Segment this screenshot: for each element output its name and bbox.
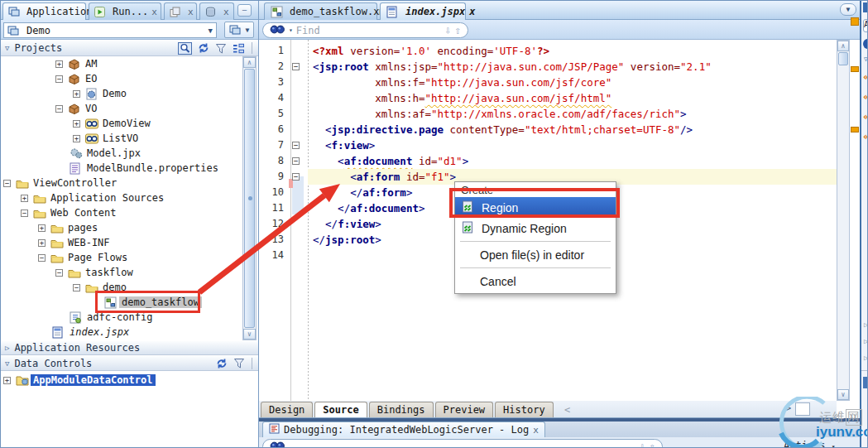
tree-item-web-inf[interactable]: +WEB-INF [38,235,113,250]
editor-tab-index-jspx[interactable]: index.jspx x [380,2,466,20]
collapse-icon[interactable]: − [55,269,63,277]
scroll-down-icon[interactable]: ∨ [837,389,849,400]
view-tab-source[interactable]: Source [314,402,367,417]
search-projects-icon[interactable] [178,42,192,55]
tree-item-label[interactable]: WEB-INF [65,237,113,248]
find-previous-icon[interactable]: ⇧ [649,441,655,448]
find-previous-icon[interactable]: ⇧ [454,24,461,36]
tree-item-page-flows[interactable]: −Page Flows [38,250,130,265]
warning-marker[interactable] [851,127,859,132]
data-controls-header[interactable]: ▽ Data Controls [1,355,258,371]
tree-item-label[interactable]: index.jspx [67,326,132,338]
tree-item-listvo[interactable]: +ListVO [73,131,141,146]
tree-item-demo[interactable]: +Demo [73,86,129,101]
tree-item-web-content[interactable]: −Web Content [21,205,118,220]
close-icon[interactable]: x [151,7,157,17]
tree-item-model-jpx[interactable]: Model.jpx [55,146,143,161]
tree-item-eo[interactable]: −EO [55,71,99,86]
project-selector-combo[interactable]: Demo ▼ [3,22,217,38]
tree-item-label[interactable]: ListVO [100,132,141,144]
window-tab-database[interactable]: x [199,2,234,20]
tree-item-modelbundle-properties[interactable]: ModelBundle.properties [55,161,221,176]
window-tab-structure[interactable]: x [164,2,197,20]
find-next-icon[interactable]: ⇩ [444,24,451,36]
editor-scrollbar[interactable]: ∧ ∨ [837,40,850,401]
tree-item-pages[interactable]: +pages [38,220,100,235]
tree-item-index-jspx[interactable]: index.jspx [38,325,132,340]
code-line-2[interactable]: 2−<jsp:root xmlns:jsp="http://java.sun.c… [259,59,837,75]
code-line-6[interactable]: 6 <jsp:directive.page contentType="text/… [259,122,837,137]
minimize-button[interactable]: — [237,4,252,17]
filter-icon[interactable] [233,358,245,369]
tree-item-am[interactable]: +AM [55,56,99,71]
tree-item-label[interactable]: pages [65,222,100,234]
collapse-icon[interactable]: − [73,284,80,291]
fold-collapse-icon[interactable]: − [292,63,300,70]
tab-list-dropdown-button[interactable]: ▼ [840,3,856,16]
scroll-up-icon[interactable]: ∧ [243,57,256,68]
expand-icon[interactable]: + [55,60,63,68]
tree-item-label[interactable]: Page Flows [65,252,130,263]
status-indicator-square[interactable] [851,17,859,26]
tree-item-label[interactable]: ModelBundle.properties [84,162,221,174]
find-bar[interactable]: ▾ Find ⇩ ⇧ [262,22,468,38]
close-icon[interactable]: x [223,7,229,17]
code-text[interactable]: xmlns:af="http://xmlns.oracle.com/adf/fa… [308,106,837,122]
tree-item-demoview[interactable]: +DemoView [73,116,153,131]
find-next-icon[interactable]: ⇩ [639,441,645,448]
expand-icon[interactable]: + [38,224,46,232]
code-text[interactable]: <?xml version='1.0' encoding='UTF-8'?> [308,43,837,59]
view-options-icon[interactable] [232,43,245,54]
find-input[interactable]: Find [296,25,320,36]
expand-icon[interactable]: + [73,135,80,142]
tree-item-label[interactable]: adfc-config [84,311,155,323]
tree-item-label[interactable]: taskflow [83,267,136,278]
tab-overflow-button[interactable] [795,402,810,416]
expand-icon[interactable]: + [73,120,80,128]
code-text[interactable]: <f:view> [308,137,837,153]
tree-item-label[interactable]: Model.jpx [84,147,143,159]
filter-icon[interactable] [215,43,227,54]
tab-scroll-right-icon[interactable]: > [785,402,791,414]
projects-tree-scrollbar[interactable]: ∧ ∨ [242,56,257,340]
window-tab-application[interactable]: Application x [2,2,86,20]
expand-icon[interactable]: + [38,239,46,247]
window-options-button[interactable]: ▼ [224,22,254,38]
tree-item-label[interactable]: Demo [100,88,129,99]
tab-scroll-left-icon[interactable]: < [564,404,570,416]
scrollbar-thumb[interactable] [244,69,255,328]
tree-item-label[interactable]: AM [83,58,99,70]
close-icon[interactable]: x [533,425,539,436]
tree-item-label[interactable]: ViewController [31,177,119,189]
view-tab-design[interactable]: Design [261,402,313,417]
code-line-4[interactable]: 4 xmlns:h="http://java.sun.com/jsf/html" [259,90,837,106]
tree-item-label[interactable]: Application Sources [48,192,166,204]
scroll-down-icon[interactable]: ∨ [243,329,256,340]
warning-marker[interactable] [851,66,859,72]
panel-divider[interactable] [258,1,259,448]
tree-item-application-sources[interactable]: +Application Sources [21,190,166,205]
code-text[interactable]: <jsp:root xmlns:jsp="http://java.sun.com… [308,59,837,75]
chevron-down-icon[interactable]: ▾ [289,26,293,34]
tree-item-taskflow[interactable]: −taskflow [55,265,136,280]
data-control-label[interactable]: AppModuleDataControl [31,374,156,386]
tree-item-label[interactable]: Web Content [48,207,118,219]
code-text[interactable]: <jsp:directive.page contentType="text/ht… [308,122,837,137]
code-text[interactable]: <af:document id="d1"> [308,153,837,169]
menu-item-cancel[interactable]: Cancel [455,271,616,291]
window-tab-run[interactable]: Run... x [89,2,161,20]
log-tab[interactable]: Debugging: IntegratedWebLogicServer - Lo… [262,422,545,437]
fold-collapse-icon[interactable]: − [292,142,300,149]
fold-collapse-icon[interactable]: − [292,157,300,165]
refresh-icon[interactable] [197,42,210,54]
collapse-icon[interactable]: − [55,75,63,83]
code-text[interactable]: xmlns:h="http://java.sun.com/jsf/html" [308,90,837,106]
menu-item-dynamic-region[interactable]: Dynamic Region [455,218,616,238]
expand-icon[interactable]: + [21,195,28,202]
scroll-up-icon[interactable]: ∧ [837,41,849,51]
expand-icon[interactable]: + [73,90,80,98]
code-line-7[interactable]: 7− <f:view> [259,137,837,153]
tree-item-vo[interactable]: −VO [55,101,99,116]
close-icon[interactable]: x [188,7,194,17]
view-tab-preview[interactable]: Preview [435,402,494,417]
